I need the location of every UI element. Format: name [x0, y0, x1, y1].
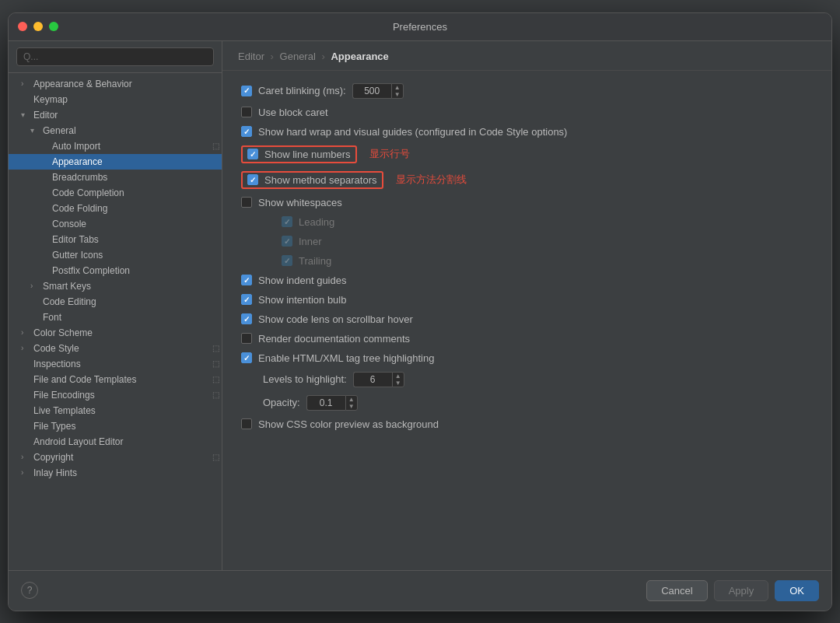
show-code-lens-row: Show code lens on scrollbar hover — [241, 313, 813, 325]
settings-area: Caret blinking (ms): ▲ ▼ Use block caret — [222, 71, 831, 570]
spinner-up[interactable]: ▲ — [393, 373, 404, 380]
levels-to-highlight-input[interactable] — [353, 372, 392, 387]
sidebar-item-code-style[interactable]: Code Style ⬚ — [9, 341, 222, 356]
apply-button[interactable]: Apply — [714, 580, 769, 601]
show-css-preview-row: Show CSS color preview as background — [241, 418, 813, 430]
sidebar-item-gutter-icons[interactable]: Gutter Icons — [9, 247, 222, 263]
show-whitespaces-checkbox[interactable] — [241, 197, 252, 208]
show-line-numbers-highlight: Show line numbers — [241, 145, 357, 163]
inner-checkbox[interactable] — [282, 236, 292, 247]
sidebar-item-smart-keys[interactable]: Smart Keys — [9, 278, 222, 294]
copy-icon: ⬚ — [209, 375, 222, 383]
sidebar-item-general[interactable]: General — [9, 123, 222, 138]
opacity-input[interactable] — [306, 395, 345, 411]
sidebar-item-postfix-completion[interactable]: Postfix Completion — [9, 263, 222, 278]
ok-button[interactable]: OK — [775, 580, 819, 601]
breadcrumb: Editor › General › Appearance — [222, 41, 831, 71]
sidebar-item-code-editing[interactable]: Code Editing — [9, 294, 222, 310]
sidebar-item-breadcrumbs[interactable]: Breadcrumbs — [9, 170, 222, 185]
opacity-spinner: ▲ ▼ — [345, 395, 358, 411]
sidebar-item-font[interactable]: Font — [9, 310, 222, 325]
title-bar: Preferences — [9, 13, 831, 41]
sidebar-item-file-encodings[interactable]: File Encodings ⬚ — [9, 387, 222, 403]
sidebar-item-live-templates[interactable]: Live Templates — [9, 403, 222, 418]
show-hard-wrap-checkbox[interactable] — [241, 126, 252, 137]
sidebar-item-keymap[interactable]: Keymap — [9, 92, 222, 107]
arrow-icon — [21, 468, 32, 477]
sidebar: Appearance & Behavior Keymap Editor Gene… — [9, 41, 222, 570]
sidebar-item-inlay-hints[interactable]: Inlay Hints — [9, 465, 222, 481]
minimize-button[interactable] — [33, 22, 43, 31]
caret-blinking-input[interactable] — [352, 83, 391, 99]
window-title: Preferences — [393, 21, 447, 33]
arrow-icon — [21, 328, 32, 337]
sidebar-item-file-types[interactable]: File Types — [9, 418, 222, 434]
leading-checkbox[interactable] — [282, 216, 292, 227]
arrow-icon — [30, 126, 41, 135]
trailing-checkbox[interactable] — [282, 255, 292, 266]
caret-blinking-checkbox[interactable] — [241, 86, 252, 96]
maximize-button[interactable] — [49, 22, 58, 31]
sidebar-item-editor[interactable]: Editor — [9, 107, 222, 123]
cancel-button[interactable]: Cancel — [646, 580, 707, 601]
sidebar-item-appearance-behavior[interactable]: Appearance & Behavior — [9, 76, 222, 92]
use-block-caret-checkbox[interactable] — [241, 107, 252, 117]
render-docs-checkbox[interactable] — [241, 333, 252, 344]
copy-icon: ⬚ — [209, 390, 222, 399]
dialog-buttons: Cancel Apply OK — [646, 580, 819, 601]
sidebar-item-appearance[interactable]: Appearance — [9, 154, 222, 170]
use-block-caret-row: Use block caret — [241, 107, 813, 118]
sidebar-item-file-code-templates[interactable]: File and Code Templates ⬚ — [9, 372, 222, 387]
spinner-up[interactable]: ▲ — [346, 396, 357, 403]
show-line-numbers-row: Show line numbers 显示行号 — [241, 145, 813, 163]
main-content: Appearance & Behavior Keymap Editor Gene… — [9, 41, 831, 570]
show-intention-bulb-row: Show intention bulb — [241, 294, 813, 306]
spinner-down[interactable]: ▼ — [392, 91, 403, 98]
copy-icon: ⬚ — [209, 453, 222, 461]
main-panel: Editor › General › Appearance Caret blin… — [222, 41, 831, 570]
sidebar-item-auto-import[interactable]: Auto Import ⬚ — [9, 138, 222, 154]
close-button[interactable] — [18, 22, 27, 31]
sidebar-item-android-layout-editor[interactable]: Android Layout Editor — [9, 434, 222, 450]
show-method-separators-checkbox[interactable] — [247, 174, 258, 185]
levels-to-highlight-row: Levels to highlight: ▲ ▼ — [241, 372, 813, 387]
sidebar-item-inspections[interactable]: Inspections ⬚ — [9, 356, 222, 372]
trailing-row: Trailing — [241, 255, 813, 267]
caret-blinking-spinner: ▲ ▼ — [391, 83, 404, 99]
help-button[interactable]: ? — [21, 582, 38, 599]
show-intention-bulb-checkbox[interactable] — [241, 294, 252, 305]
spinner-down[interactable]: ▼ — [346, 403, 357, 410]
arrow-icon — [30, 282, 41, 290]
enable-html-xml-row: Enable HTML/XML tag tree highlighting — [241, 352, 813, 364]
show-code-lens-checkbox[interactable] — [241, 313, 252, 324]
leading-row: Leading — [241, 216, 813, 228]
sidebar-item-copyright[interactable]: Copyright ⬚ — [9, 450, 222, 465]
arrow-icon — [21, 453, 32, 461]
sidebar-item-console[interactable]: Console — [9, 216, 222, 232]
show-indent-guides-checkbox[interactable] — [241, 275, 252, 285]
opacity-row: Opacity: ▲ ▼ — [241, 395, 813, 411]
copy-icon: ⬚ — [209, 344, 222, 352]
show-indent-guides-row: Show indent guides — [241, 275, 813, 286]
opacity-input-group: ▲ ▼ — [306, 395, 358, 411]
inner-row: Inner — [241, 236, 813, 247]
show-css-preview-checkbox[interactable] — [241, 418, 252, 429]
spinner-up[interactable]: ▲ — [392, 84, 403, 91]
enable-html-xml-checkbox[interactable] — [241, 352, 252, 363]
sidebar-item-color-scheme[interactable]: Color Scheme — [9, 325, 222, 341]
levels-spinner: ▲ ▼ — [392, 372, 404, 387]
arrow-icon — [21, 110, 32, 119]
show-method-separators-highlight: Show method separators — [241, 171, 383, 189]
traffic-lights — [18, 22, 58, 31]
spinner-down[interactable]: ▼ — [393, 380, 404, 387]
show-line-numbers-checkbox[interactable] — [247, 149, 258, 159]
sidebar-item-code-folding[interactable]: Code Folding — [9, 201, 222, 216]
search-input[interactable] — [16, 47, 214, 66]
copy-icon: ⬚ — [209, 359, 222, 368]
bottom-bar: ? Cancel Apply OK — [9, 570, 831, 611]
show-whitespaces-row: Show whitespaces — [241, 197, 813, 208]
sidebar-item-editor-tabs[interactable]: Editor Tabs — [9, 232, 222, 247]
search-box — [9, 41, 222, 73]
arrow-icon — [21, 79, 32, 88]
sidebar-item-code-completion[interactable]: Code Completion — [9, 185, 222, 201]
